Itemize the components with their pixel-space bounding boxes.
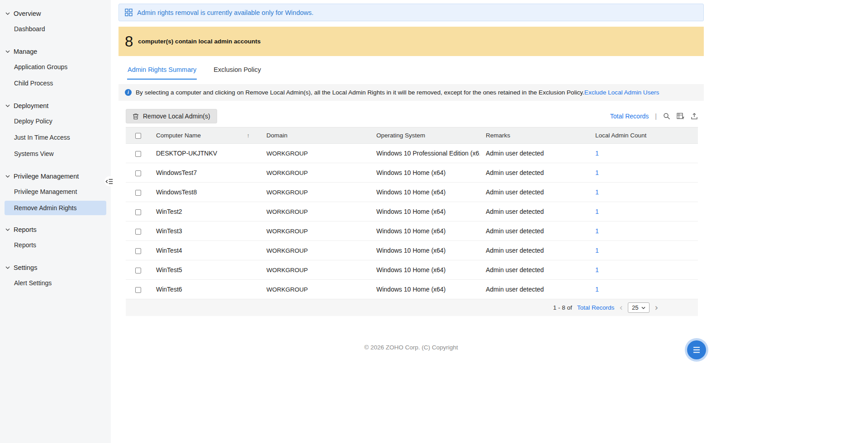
sidebar-item-just-in-time-access[interactable]: Just In Time Access [0,129,111,146]
local-admin-count-link[interactable]: 1 [595,189,599,196]
local-admin-count-link[interactable]: 1 [595,266,599,273]
sidebar-section-privilege-management: Privilege Management Privilege Managemen… [0,169,111,215]
cell-domain: WORKGROUP [261,202,370,222]
sort-ascending-icon[interactable]: ↑ [247,132,250,139]
admin-count-label: computer(s) contain local admin accounts [138,38,261,45]
cell-computer-name: WinTest3 [150,222,261,241]
table-row: WindowsTest7 WORKGROUP Windows 10 Home (… [126,163,698,183]
apps-grid-icon [125,9,133,16]
admin-count-banner: 8 computer(s) contain local admin accoun… [119,27,704,56]
tab-admin-rights-summary[interactable]: Admin Rights Summary [127,61,197,80]
row-checkbox[interactable] [135,268,141,273]
cell-domain: WORKGROUP [261,280,370,299]
exclude-local-admin-users-link[interactable]: Exclude Local Admin Users [584,89,659,96]
next-page-icon[interactable]: › [655,303,658,312]
local-admin-count-link[interactable]: 1 [595,227,599,235]
sidebar-section-header-manage[interactable]: Manage [0,44,111,59]
chevron-down-icon [5,104,10,107]
cell-remarks: Admin user detected [480,241,589,260]
sidebar-section-header-privilege-management[interactable]: Privilege Management [0,169,111,184]
menu-icon [693,347,700,353]
search-button[interactable] [663,113,670,120]
sidebar-section-header-deployment[interactable]: Deployment [0,99,111,113]
row-checkbox[interactable] [135,190,141,196]
export-button[interactable] [691,113,698,120]
row-checkbox[interactable] [135,170,141,176]
local-admin-count-link[interactable]: 1 [595,208,599,215]
local-admin-count-link[interactable]: 1 [595,286,599,293]
remove-local-admins-button[interactable]: Remove Local Admin(s) [126,109,217,123]
sidebar-section-label: Deployment [14,102,48,109]
cell-operating-system: Windows 10 Home (x64) [370,222,480,241]
page-size-select[interactable]: 25 [628,302,650,313]
sidebar-item-label: Application Groups [14,63,67,71]
chevron-down-icon [5,12,10,15]
sidebar-item-remove-admin-rights[interactable]: Remove Admin Rights [5,201,106,215]
cell-domain: WORKGROUP [261,222,370,241]
row-checkbox[interactable] [135,287,141,293]
sidebar-section-header-reports[interactable]: Reports [0,222,111,237]
local-admin-count-link[interactable]: 1 [595,169,599,176]
sidebar-item-dashboard[interactable]: Dashboard [0,21,111,37]
tab-exclusion-policy[interactable]: Exclusion Policy [213,61,261,80]
cell-remarks: Admin user detected [480,260,589,280]
pagination-bar: 1 - 8 of Total Records ‹ 25 › [126,299,698,316]
sidebar-section-header-overview[interactable]: Overview [0,6,111,21]
row-checkbox[interactable] [135,151,141,157]
column-header-domain[interactable]: Domain [261,127,370,144]
cell-computer-name: WinTest4 [150,241,261,260]
local-admin-count-link[interactable]: 1 [595,247,599,254]
cell-remarks: Admin user detected [480,163,589,183]
search-icon [663,113,670,120]
table-row: WinTest3 WORKGROUP Windows 10 Home (x64)… [126,222,698,241]
sidebar-section-label: Privilege Management [14,173,79,180]
sidebar-item-label: Just In Time Access [14,134,70,141]
main-content: Admin rights removal is currently availa… [111,0,868,443]
row-checkbox[interactable] [135,209,141,215]
cell-computer-name: WindowsTest8 [150,183,261,202]
cell-domain: WORKGROUP [261,163,370,183]
pagination-total-records-link[interactable]: Total Records [577,304,615,311]
cell-domain: WORKGROUP [261,183,370,202]
cell-domain: WORKGROUP [261,241,370,260]
toolbar-right-group: Total Records | [610,113,698,120]
sidebar-section-label: Settings [14,264,37,271]
table-row: WinTest5 WORKGROUP Windows 10 Home (x64)… [126,260,698,280]
sidebar-item-systems-view[interactable]: Systems View [0,146,111,162]
chevron-down-icon [5,266,10,269]
row-checkbox[interactable] [135,229,141,235]
cell-domain: WORKGROUP [261,144,370,163]
cell-remarks: Admin user detected [480,183,589,202]
remove-local-admins-label: Remove Local Admin(s) [143,113,210,120]
sidebar-section-label: Reports [14,226,37,233]
sidebar-item-privilege-management[interactable]: Privilege Management [0,184,111,200]
column-header-local-admin-count[interactable]: Local Admin Count [589,127,698,144]
trash-icon [133,113,139,120]
export-icon [691,113,698,120]
sidebar-item-application-groups[interactable]: Application Groups [0,59,111,75]
column-header-operating-system[interactable]: Operating System [370,127,480,144]
cell-operating-system: Windows 10 Home (x64) [370,241,480,260]
row-checkbox[interactable] [135,248,141,254]
table-row: DESKTOP-UKJTNKV WORKGROUP Windows 10 Pro… [126,144,698,163]
column-chooser-button[interactable] [677,113,684,120]
local-admin-count-link[interactable]: 1 [595,150,599,157]
floating-menu-button[interactable] [687,340,706,359]
computers-table-container: Computer Name ↑ Domain Operating System … [126,127,698,299]
total-records-link[interactable]: Total Records [610,113,649,120]
cell-computer-name: WinTest5 [150,260,261,280]
cell-operating-system: Windows 10 Home (x64) [370,163,480,183]
sidebar-item-deploy-policy[interactable]: Deploy Policy [0,113,111,129]
sidebar-section-header-settings[interactable]: Settings [0,260,111,275]
sidebar-item-reports[interactable]: Reports [0,237,111,253]
sidebar-item-child-process[interactable]: Child Process [0,75,111,91]
cell-remarks: Admin user detected [480,144,589,163]
previous-page-icon[interactable]: ‹ [619,303,623,312]
windows-only-notice-text: Admin rights removal is currently availa… [137,9,313,16]
column-header-remarks[interactable]: Remarks [480,127,589,144]
cell-domain: WORKGROUP [261,260,370,280]
column-header-computer-name[interactable]: Computer Name [156,132,201,139]
select-all-checkbox[interactable] [135,133,141,139]
sidebar-section-overview: Overview Dashboard [0,6,111,37]
sidebar-item-alert-settings[interactable]: Alert Settings [0,275,111,291]
